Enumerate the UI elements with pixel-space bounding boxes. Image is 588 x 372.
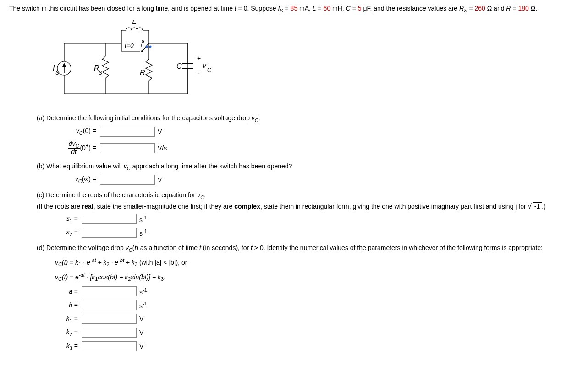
s1-row: s1 = s-1 — [55, 214, 579, 224]
svg-text:C: C — [207, 67, 211, 73]
k3-row: k3 = V — [55, 341, 579, 351]
part-c: (c) Determine the roots of the character… — [37, 191, 579, 238]
vc0-row: vC(0) = V — [55, 127, 579, 137]
part-b-prompt: (b) What equilibrium value will vC appro… — [37, 162, 579, 171]
k1-input[interactable] — [82, 314, 137, 324]
s2-unit: s-1 — [139, 228, 147, 237]
svg-text:I: I — [53, 64, 55, 72]
circuit-diagram: I S R S L t=0 R — [50, 20, 220, 105]
vc0-unit: V — [158, 128, 162, 135]
a-input[interactable] — [82, 286, 137, 296]
k2-row: k2 = V — [55, 328, 579, 338]
vcinf-unit: V — [158, 176, 162, 183]
part-d: (d) Determine the voltage drop vC(t) as … — [37, 244, 579, 351]
svg-text:S: S — [55, 70, 59, 76]
svg-line-22 — [142, 43, 149, 51]
k3-input[interactable] — [82, 341, 137, 351]
k2-input[interactable] — [82, 328, 137, 338]
svg-text:t=0: t=0 — [125, 42, 134, 49]
part-c-note: (If the roots are real, state the smalle… — [37, 202, 579, 210]
svg-point-24 — [149, 45, 152, 48]
part-b: (b) What equilibrium value will vC appro… — [37, 162, 579, 185]
part-a-prompt: (a) Determine the following initial cond… — [37, 114, 579, 123]
s1-unit: s-1 — [139, 215, 147, 223]
svg-text:v: v — [203, 61, 207, 69]
svg-point-23 — [146, 45, 148, 48]
svg-text:R: R — [140, 69, 145, 77]
svg-text:+: + — [197, 55, 201, 62]
vcinf-input[interactable] — [100, 175, 155, 185]
vc0-input[interactable] — [100, 127, 155, 137]
s1-input[interactable] — [82, 214, 137, 224]
problem-statement: The switch in this circuit has been clos… — [9, 5, 579, 13]
dvc0-input[interactable] — [100, 143, 155, 153]
part-d-prompt: (d) Determine the voltage drop vC(t) as … — [37, 244, 579, 253]
svg-text:S: S — [99, 70, 102, 76]
part-a: (a) Determine the following initial cond… — [37, 114, 579, 156]
vcinf-row: vC(∞) = V — [55, 175, 579, 185]
svg-text:C: C — [176, 62, 182, 70]
svg-text:L: L — [132, 20, 137, 25]
svg-text:-: - — [198, 69, 200, 77]
part-c-prompt: (c) Determine the roots of the character… — [37, 191, 579, 200]
a-row: a = s-1 — [55, 286, 579, 296]
form2: vC(t) = e-at · [k1cos(bt) + k2sin(bt)] +… — [55, 272, 579, 282]
b-row: b = s-1 — [55, 300, 579, 310]
b-input[interactable] — [82, 300, 137, 310]
s2-input[interactable] — [82, 228, 137, 238]
s2-row: s2 = s-1 — [55, 228, 579, 238]
dvc0-row: dvCdt(0+) = V/s — [55, 140, 579, 156]
k1-row: k1 = V — [55, 314, 579, 324]
dvc0-unit: V/s — [158, 144, 167, 152]
form1: vC(t) = k1 · e-at + k2 · e-bt + k3 (with… — [55, 257, 579, 267]
